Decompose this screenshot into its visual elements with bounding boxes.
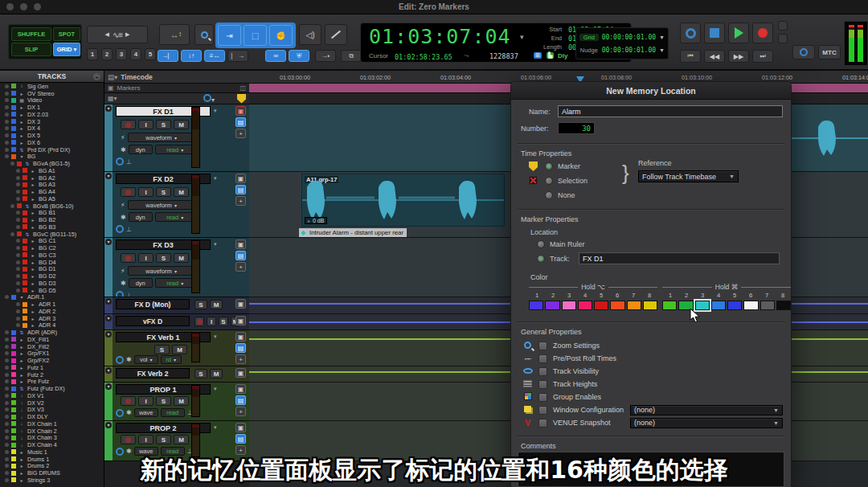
output-icon[interactable]: ⊥: [126, 158, 132, 166]
clock-option-icon[interactable]: ▾: [203, 94, 215, 104]
sidebar-track-dx-5[interactable]: ▸DX 5: [0, 132, 104, 139]
nudge-value[interactable]: 00:00:00:01.00: [602, 47, 656, 54]
sidebar-track-bg-c2[interactable]: ▸BG C2: [0, 244, 104, 252]
elastic-audio-icon[interactable]: ⚡: [121, 268, 125, 275]
sidebar-track-bg-c3[interactable]: ▸BG C3: [0, 252, 104, 259]
sidebar-track-adr-adr-[interactable]: ⇅ADR (ADR): [0, 329, 104, 336]
window-configs-button[interactable]: ⧉: [341, 50, 362, 62]
input-monitor-button[interactable]: I: [138, 253, 154, 263]
dyn-selector[interactable]: dyn: [129, 145, 153, 154]
mute-button[interactable]: M: [174, 120, 189, 129]
track-input[interactable]: FX D1: [579, 252, 780, 264]
track-view-selector[interactable]: waveform▾: [128, 133, 195, 142]
track-show-dot[interactable]: [16, 302, 20, 306]
track-show-dot[interactable]: [10, 232, 14, 236]
snowflake-icon[interactable]: ✱: [121, 280, 126, 287]
markers-options-icon[interactable]: ◫: [240, 84, 246, 92]
sidebar-track-dx-fill2[interactable]: ▸DX_Fill2: [0, 343, 104, 350]
track-name-box[interactable]: FX D (Mon): [116, 299, 190, 309]
zoom-toggle-tool[interactable]: ↔↕: [159, 24, 190, 45]
solo-button[interactable]: S: [156, 187, 171, 197]
play-button[interactable]: [728, 23, 749, 43]
sidebar-track-bg-d2[interactable]: ▸BG D2: [0, 272, 104, 280]
mute-button[interactable]: M: [172, 345, 187, 354]
add-insert-button[interactable]: +: [235, 354, 246, 364]
track-show-dot[interactable]: [5, 450, 9, 454]
automation-mode-selector[interactable]: read▾: [155, 278, 195, 288]
elastic-audio-icon[interactable]: ⚡: [121, 134, 125, 141]
sidebar-track-bg-a1[interactable]: ▸BG A1: [0, 167, 104, 174]
track-collapse-icon[interactable]: ▾: [105, 315, 112, 321]
track-show-dot[interactable]: [5, 338, 9, 342]
track-show-dot[interactable]: [5, 133, 9, 137]
insertion-shield-button[interactable]: ⛨: [289, 50, 309, 62]
automation-mode-selector[interactable]: read: [161, 408, 185, 417]
marker-flag-label[interactable]: Intruder Alarm - distant upper rear: [299, 228, 407, 237]
sidebar-track-dx-chain-3[interactable]: ↓DX Chain 3: [0, 435, 104, 442]
sidebar-track-prd-dx-prd-dx-[interactable]: ⇅Prd DX (Prd DX): [0, 146, 104, 153]
prepost-roll-checkbox[interactable]: [538, 354, 547, 363]
transport-expand-top[interactable]: [778, 21, 788, 31]
name-caret-icon[interactable]: ▾: [214, 386, 217, 392]
automation-mode-selector[interactable]: read▾: [155, 145, 195, 154]
solo-button[interactable]: S: [194, 300, 207, 309]
track-show-dot[interactable]: [16, 190, 20, 194]
track-header-vfx-d[interactable]: ▾vFX DISM▣: [104, 314, 249, 330]
venue-snapshot-checkbox[interactable]: [538, 419, 547, 428]
sidebar-track-grp-fx1[interactable]: ▸Grp/FX1: [0, 350, 104, 358]
zoom-out-icon[interactable]: ◀: [105, 31, 109, 38]
track-collapse-icon[interactable]: ▾: [105, 298, 112, 305]
sidebar-track-adr-1[interactable]: ▸ADR 1: [0, 301, 104, 308]
color-swatch-ee4d1d[interactable]: [610, 301, 624, 310]
automation-mode-selector[interactable]: rd▾: [161, 355, 182, 364]
playlist-box-button[interactable]: ▣: [235, 316, 246, 325]
track-show-dot[interactable]: [16, 239, 20, 243]
track-show-dot[interactable]: [5, 351, 9, 355]
selector-tool[interactable]: ⬚: [244, 25, 267, 46]
transport-expand-bottom[interactable]: [778, 34, 788, 43]
sidebar-track-futz-futz-dx-[interactable]: ⇅Futz (Futz DX): [0, 385, 104, 392]
color-swatch-0d0d0d[interactable]: [776, 301, 791, 310]
sidebar-track-big-drums[interactable]: ▸BIG DRUMS: [0, 469, 104, 477]
track-show-dot[interactable]: [5, 295, 9, 299]
sidebar-track-drums-2[interactable]: ▸Drums 2: [0, 463, 104, 470]
selection-radio[interactable]: [545, 177, 553, 185]
nudge-label[interactable]: Nudge: [579, 47, 599, 54]
input-monitor-button[interactable]: I: [138, 435, 154, 444]
sidebar-track-dx-3[interactable]: ▸DX 3: [0, 118, 104, 125]
track-view-selector[interactable]: waveform▾: [128, 200, 195, 210]
color-swatch-ddc607[interactable]: [643, 301, 657, 310]
solo-button[interactable]: S: [194, 369, 207, 379]
record-enable-button[interactable]: [121, 120, 136, 129]
marker-radio[interactable]: [545, 162, 553, 170]
return-to-zero-button[interactable]: ⏮: [680, 50, 701, 63]
track-show-dot[interactable]: [5, 330, 9, 334]
comments-button[interactable]: ▤: [235, 251, 246, 260]
track-show-dot[interactable]: [5, 387, 9, 391]
zoom-controls[interactable]: ◀∿≡▶: [87, 26, 148, 43]
add-insert-button[interactable]: +: [235, 196, 246, 206]
playlist-box-button[interactable]: ▣: [235, 332, 246, 342]
solo-button[interactable]: S: [219, 317, 228, 326]
sidebar-track-bg[interactable]: ▾BG: [0, 153, 104, 161]
mirrored-editing-button[interactable]: ⎸→: [227, 50, 248, 62]
track-view-selector[interactable]: vol▾: [134, 355, 158, 364]
track-show-dot[interactable]: [5, 373, 9, 377]
sidebar-track-bg-d1[interactable]: ▸BG D1: [0, 266, 104, 273]
name-caret-icon[interactable]: ▾: [214, 334, 217, 340]
track-show-dot[interactable]: [5, 471, 9, 475]
input-monitor-button[interactable]: I: [138, 120, 154, 129]
track-collapse-icon[interactable]: ▾: [105, 239, 112, 245]
track-show-dot[interactable]: [5, 464, 9, 468]
layered-editing-button[interactable]: →▪: [315, 50, 336, 62]
sidebar-track-adr-2[interactable]: ▸ADR 2: [0, 308, 104, 315]
track-collapse-icon[interactable]: ▾: [105, 383, 112, 390]
session-chip[interactable]: ▙: [547, 52, 554, 59]
sidebar-track-grp-fx2[interactable]: ▸Grp/FX2: [0, 357, 104, 364]
track-show-dot[interactable]: [5, 457, 9, 461]
track-show-dot[interactable]: [16, 218, 20, 222]
spot-mode-button[interactable]: SPOT: [53, 27, 80, 41]
track-collapse-icon[interactable]: ▾: [105, 422, 112, 428]
track-name-box[interactable]: vFX D: [116, 316, 190, 326]
timebase-clock-icon[interactable]: [116, 158, 124, 166]
